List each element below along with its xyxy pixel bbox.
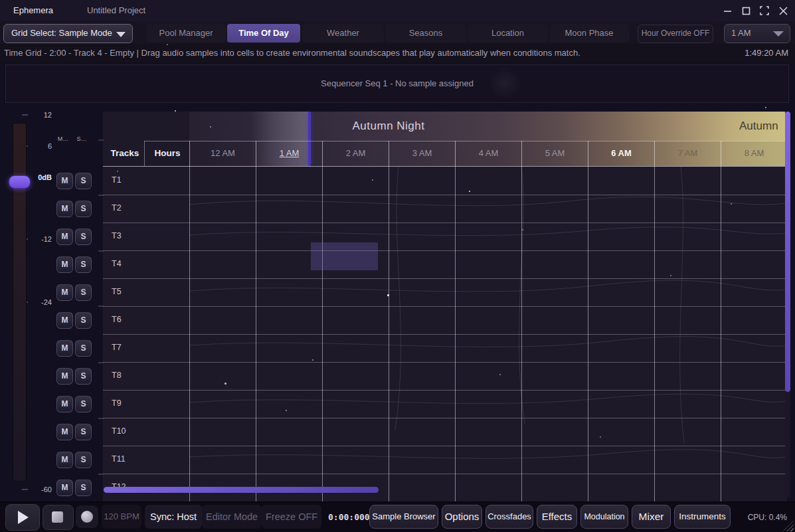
mute-button-t10[interactable]: M [56,424,73,440]
db-label-minus60: -60 [29,484,52,495]
sequencer-panel[interactable]: Sequencer Seq 1 - No sample assigned [5,64,789,103]
mute-button-t6[interactable]: M [56,312,73,329]
grid-row-line [103,306,787,307]
track-label-t8: T8 [112,361,151,389]
solo-button-t1[interactable]: S [75,173,92,189]
mute-button-t7[interactable]: M [56,340,73,357]
status-message: Time Grid - 2:00 - Track 4 - Empty | Dra… [4,44,580,62]
grid-row-line [103,250,787,251]
sequencer-message: Sequencer Seq 1 - No sample assigned [6,65,788,102]
track-label-t5: T5 [112,278,151,306]
tab-seasons[interactable]: Seasons [385,24,466,43]
bpm-display[interactable]: 120 BPM [102,505,141,529]
stop-icon [52,511,63,523]
options-button[interactable]: Options [442,505,482,529]
solo-button-t12[interactable]: S [75,480,92,496]
track-label-t9: T9 [112,389,151,417]
mute-button-t4[interactable]: M [56,256,73,273]
grid-row-line [103,446,787,446]
row-tick [98,139,104,141]
db-label-0db: 0dB [29,172,52,183]
mute-column-header: M… [56,135,70,142]
transport-bar: 120 BPM Sync: Host Editor Mode Freeze OF… [0,501,795,532]
title-bar: Ephemera Untitled Project [0,0,795,21]
timecode-display: 0:00:000 [328,502,370,532]
solo-button-t2[interactable]: S [75,201,92,217]
maximize-icon [742,7,751,15]
fullscreen-icon [760,6,769,15]
effects-button[interactable]: Effects [537,505,577,529]
tab-location[interactable]: Location [468,24,548,43]
solo-column-header: S… [75,135,88,142]
solo-button-t7[interactable]: S [75,340,92,357]
mixer-button[interactable]: Mixer [632,505,671,529]
mute-button-t3[interactable]: M [56,228,73,245]
track-label-t2: T2 [112,194,151,222]
minimize-icon [723,7,732,15]
grid-row-line [103,278,787,279]
hovered-cell-track4-2am[interactable] [311,242,378,270]
solo-button-t9[interactable]: S [75,396,92,412]
play-button[interactable] [5,504,40,531]
solo-button-t4[interactable]: S [75,256,92,273]
solo-button-t11[interactable]: S [75,452,92,468]
fullscreen-button[interactable] [759,5,770,16]
grid-row-line [103,390,787,391]
grid-select-dropdown[interactable]: Grid Select: Sample Mode [3,24,133,43]
solo-button-t6[interactable]: S [75,312,92,329]
mute-button-t11[interactable]: M [56,452,73,468]
maximize-button[interactable] [741,5,751,16]
time-grid[interactable]: Autumn Night Autumn Tracks Hours 12 AM 1… [103,112,787,501]
record-button[interactable] [76,505,98,528]
close-button[interactable] [778,5,788,16]
chevron-down-icon [116,32,126,37]
play-icon [18,511,29,524]
panel-buttons: Sample Browser Options Crossfades Effect… [369,505,731,529]
grid-select-label: Grid Select: Sample Mode [11,25,112,42]
solo-button-t3[interactable]: S [75,228,92,245]
master-fader-handle[interactable] [9,175,31,189]
record-icon [81,511,93,523]
track-label-t3: T3 [112,222,151,250]
tab-moon-phase[interactable]: Moon Phase [549,24,629,43]
modulation-button[interactable]: Modulation [580,505,628,529]
mute-button-t8[interactable]: M [56,368,73,385]
solo-button-t5[interactable]: S [75,284,92,301]
crossfades-button[interactable]: Crossfades [486,505,533,529]
editor-mode-button[interactable]: Editor Mode [202,505,262,529]
star [224,383,226,385]
solo-button-t8[interactable]: S [75,368,92,385]
mute-button-t5[interactable]: M [56,284,73,301]
grid-row-line [103,334,787,335]
track-label-t7: T7 [112,333,151,361]
star [765,107,766,108]
star [117,171,118,172]
mute-button-t1[interactable]: M [56,173,73,189]
instruments-button[interactable]: Instruments [674,505,731,529]
track-label-t11: T11 [112,445,151,473]
status-bar: Time Grid - 2:00 - Track 4 - Empty | Dra… [0,44,795,62]
mute-button-t12[interactable]: M [56,480,73,496]
sample-browser-button[interactable]: Sample Browser [369,505,438,529]
minimize-button[interactable] [722,5,733,16]
freeze-toggle-button[interactable]: Freeze OFF [262,505,321,529]
vertical-scrollbar-thumb[interactable] [785,112,790,392]
sync-mode-button[interactable]: Sync: Host [145,505,202,529]
hour-override-button[interactable]: Hour Override OFF [638,25,713,43]
mute-button-t2[interactable]: M [56,201,73,217]
db-label-minus12: -12 [29,234,52,244]
star [167,44,168,45]
project-title: Untitled Project [87,0,145,21]
tab-time-of-day[interactable]: Time Of Day [227,24,300,43]
solo-button-t10[interactable]: S [75,424,92,440]
tab-weather[interactable]: Weather [302,24,384,43]
hour-select-value: 1 AM [731,25,751,41]
mute-button-t9[interactable]: M [56,396,73,412]
hour-select-dropdown[interactable]: 1 AM [724,24,790,43]
row-tick [98,362,104,363]
horizontal-scrollbar-thumb[interactable] [104,487,379,493]
star [469,191,470,192]
grid-row-line [103,222,787,223]
stop-button[interactable] [43,505,74,530]
tab-pool-manager[interactable]: Pool Manager [146,24,226,43]
